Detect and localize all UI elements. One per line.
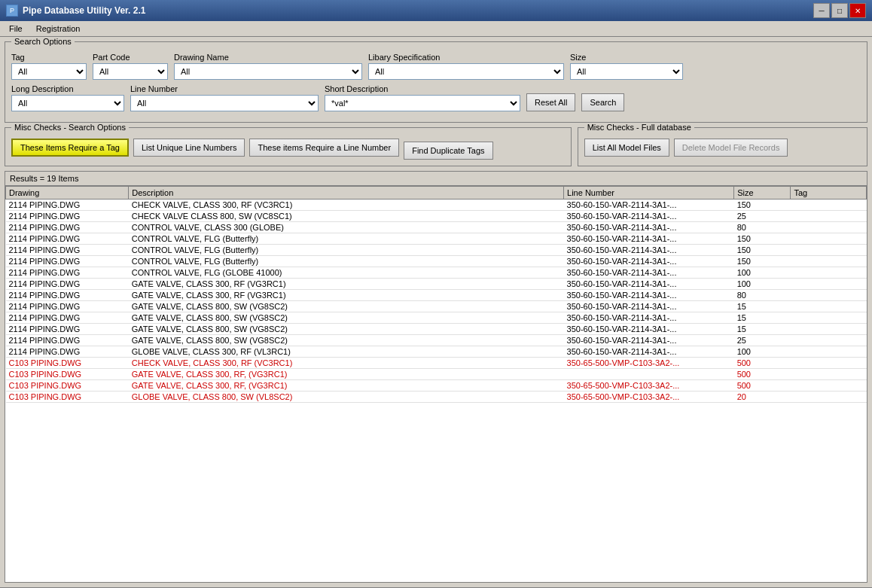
size-select[interactable]: All xyxy=(570,63,683,80)
cell-description: CONTROL VALVE, FLG (Butterfly) xyxy=(129,233,564,245)
cell-description: GATE VALVE, CLASS 800, SW (VG8SC2) xyxy=(129,324,564,335)
cell-description: CONTROL VALVE, FLG (Butterfly) xyxy=(129,256,564,267)
cell-linenumber: 350-60-150-VAR-2114-3A1-... xyxy=(564,233,734,245)
results-section: Results = 19 Items Drawing Description L… xyxy=(5,171,867,583)
libaryspec-select[interactable]: All xyxy=(368,63,564,80)
table-row[interactable]: 2114 PIPING.DWG GATE VALVE, CLASS 800, S… xyxy=(6,335,867,346)
app-icon: P xyxy=(6,5,18,17)
table-row[interactable]: 2114 PIPING.DWG GATE VALVE, CLASS 300, R… xyxy=(6,290,867,301)
table-row[interactable]: 2114 PIPING.DWG GATE VALVE, CLASS 300, R… xyxy=(6,279,867,290)
table-row[interactable]: 2114 PIPING.DWG CONTROL VALVE, FLG (Butt… xyxy=(6,245,867,256)
drawingname-field-group: Drawing Name All xyxy=(174,53,362,80)
cell-size: 500 xyxy=(734,358,791,369)
cell-drawing: C103 PIPING.DWG xyxy=(6,391,129,403)
misc-fulldb-title: Misc Checks - Full database xyxy=(584,123,694,132)
cell-size: 20 xyxy=(734,391,791,403)
minimize-button[interactable]: ─ xyxy=(813,3,830,18)
misc-fulldb-group: Misc Checks - Full database List All Mod… xyxy=(578,127,867,166)
cell-tag xyxy=(791,290,867,301)
cell-description: CHECK VALVE, CLASS 300, RF (VC3RC1) xyxy=(129,358,564,369)
cell-linenumber: 350-60-150-VAR-2114-3A1-... xyxy=(564,324,734,335)
cell-tag xyxy=(791,380,867,391)
drawingname-label: Drawing Name xyxy=(174,53,362,62)
unique-line-numbers-button[interactable]: List Unique Line Numbers xyxy=(133,139,245,157)
drawingname-select[interactable]: All xyxy=(174,63,362,80)
partcode-label: Part Code xyxy=(93,53,168,62)
table-row[interactable]: 2114 PIPING.DWG CONTROL VALVE, FLG (Butt… xyxy=(6,233,867,245)
tag-label: Tag xyxy=(11,53,87,62)
cell-tag xyxy=(791,279,867,290)
table-row[interactable]: 2114 PIPING.DWG CONTROL VALVE, FLG (GLOB… xyxy=(6,267,867,279)
table-row[interactable]: 2114 PIPING.DWG CHECK VALVE CLASS 800, S… xyxy=(6,211,867,222)
cell-linenumber: 350-60-150-VAR-2114-3A1-... xyxy=(564,245,734,256)
misc-checks-row: Misc Checks - Search Options These Items… xyxy=(5,127,867,166)
tag-select[interactable]: All xyxy=(11,63,87,80)
results-tbody: 2114 PIPING.DWG CHECK VALVE, CLASS 300, … xyxy=(6,200,867,403)
reset-all-button[interactable]: Reset All xyxy=(526,93,575,111)
close-button[interactable]: ✕ xyxy=(849,3,866,18)
cell-drawing: 2114 PIPING.DWG xyxy=(6,335,129,346)
menu-registration[interactable]: Registration xyxy=(30,23,87,35)
partcode-select[interactable]: All xyxy=(93,63,168,80)
table-row[interactable]: C103 PIPING.DWG GATE VALVE, CLASS 300, R… xyxy=(6,369,867,380)
cell-tag xyxy=(791,233,867,245)
misc-search-buttons: These Items Require a Tag List Unique Li… xyxy=(11,139,565,160)
cell-drawing: 2114 PIPING.DWG xyxy=(6,346,129,358)
shortdesc-select[interactable]: *val* xyxy=(325,95,520,111)
cell-tag xyxy=(791,256,867,267)
longdesc-label: Long Description xyxy=(11,84,124,93)
cell-description: CONTROL VALVE, FLG (Butterfly) xyxy=(129,245,564,256)
cell-tag xyxy=(791,346,867,358)
results-table-container[interactable]: Drawing Description Line Number Size Tag… xyxy=(5,186,867,582)
cell-tag xyxy=(791,245,867,256)
maximize-button[interactable]: □ xyxy=(831,3,848,18)
misc-search-title: Misc Checks - Search Options xyxy=(11,123,129,132)
table-row[interactable]: 2114 PIPING.DWG CONTROL VALVE, CLASS 300… xyxy=(6,222,867,233)
cell-linenumber: 350-60-150-VAR-2114-3A1-... xyxy=(564,290,734,301)
cell-drawing: 2114 PIPING.DWG xyxy=(6,222,129,233)
linenum-select[interactable]: All xyxy=(130,95,319,111)
table-row[interactable]: C103 PIPING.DWG GATE VALVE, CLASS 300, R… xyxy=(6,380,867,391)
find-duplicate-tags-button[interactable]: Find Duplicate Tags xyxy=(404,142,492,160)
require-tag-button[interactable]: These Items Require a Tag xyxy=(11,139,129,157)
cell-description: GATE VALVE, CLASS 800, SW (VG8SC2) xyxy=(129,301,564,312)
table-row[interactable]: C103 PIPING.DWG GLOBE VALVE, CLASS 800, … xyxy=(6,391,867,403)
table-row[interactable]: 2114 PIPING.DWG GATE VALVE, CLASS 800, S… xyxy=(6,312,867,324)
delete-model-records-button[interactable]: Delete Model File Records xyxy=(674,139,788,157)
cell-tag xyxy=(791,211,867,222)
menu-file[interactable]: File xyxy=(3,23,29,35)
table-row[interactable]: 2114 PIPING.DWG CONTROL VALVE, FLG (Butt… xyxy=(6,256,867,267)
table-row[interactable]: 2114 PIPING.DWG GATE VALVE, CLASS 800, S… xyxy=(6,301,867,312)
require-line-number-button[interactable]: These items Require a Line Number xyxy=(249,139,399,157)
cell-linenumber: 350-60-150-VAR-2114-3A1-... xyxy=(564,211,734,222)
results-table: Drawing Description Line Number Size Tag… xyxy=(5,186,867,403)
cell-linenumber: 350-60-150-VAR-2114-3A1-... xyxy=(564,279,734,290)
list-all-model-files-button[interactable]: List All Model Files xyxy=(584,139,669,157)
cell-tag xyxy=(791,312,867,324)
cell-description: GATE VALVE, CLASS 800, SW (VG8SC2) xyxy=(129,335,564,346)
cell-description: CONTROL VALVE, CLASS 300 (GLOBE) xyxy=(129,222,564,233)
cell-tag xyxy=(791,335,867,346)
cell-drawing: 2114 PIPING.DWG xyxy=(6,301,129,312)
cell-drawing: C103 PIPING.DWG xyxy=(6,380,129,391)
cell-linenumber: 350-60-150-VAR-2114-3A1-... xyxy=(564,222,734,233)
cell-linenumber: 350-60-150-VAR-2114-3A1-... xyxy=(564,256,734,267)
cell-size: 15 xyxy=(734,324,791,335)
table-row[interactable]: 2114 PIPING.DWG GATE VALVE, CLASS 800, S… xyxy=(6,324,867,335)
table-row[interactable]: 2114 PIPING.DWG GLOBE VALVE, CLASS 300, … xyxy=(6,346,867,358)
table-row[interactable]: 2114 PIPING.DWG CHECK VALVE, CLASS 300, … xyxy=(6,200,867,211)
search-button[interactable]: Search xyxy=(581,93,624,111)
cell-description: GATE VALVE, CLASS 300, RF (VG3RC1) xyxy=(129,279,564,290)
cell-drawing: 2114 PIPING.DWG xyxy=(6,312,129,324)
table-header-row: Drawing Description Line Number Size Tag xyxy=(6,187,867,200)
search-row-1: Tag All Part Code All Drawing Name All L… xyxy=(11,53,861,80)
cell-size: 150 xyxy=(734,233,791,245)
cell-drawing: 2114 PIPING.DWG xyxy=(6,290,129,301)
cell-description: GLOBE VALVE, CLASS 300, RF (VL3RC1) xyxy=(129,346,564,358)
longdesc-select[interactable]: All xyxy=(11,95,124,111)
size-field-group: Size All xyxy=(570,53,683,80)
misc-search-options-group: Misc Checks - Search Options These Items… xyxy=(5,127,572,166)
table-row[interactable]: C103 PIPING.DWG CHECK VALVE, CLASS 300, … xyxy=(6,358,867,369)
cell-linenumber xyxy=(564,369,734,380)
cell-size: 150 xyxy=(734,256,791,267)
